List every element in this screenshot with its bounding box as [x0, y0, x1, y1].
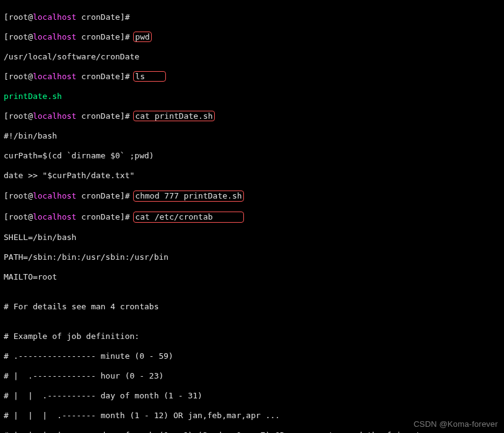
output-pwd: /usr/local/software/cronDate — [4, 52, 500, 62]
prompt-line: [root@localhost cronDate]# chmod 777 pri… — [4, 191, 500, 202]
watermark-text: CSDN @Koma-forever — [414, 419, 498, 429]
crontab-line: # | | | | .---- day of week (0 - 6) (Sun… — [4, 431, 500, 433]
terminal-output[interactable]: [root@localhost cronDate]# [root@localho… — [0, 0, 504, 433]
prompt-line: [root@localhost cronDate]# ls — [4, 72, 500, 82]
output-ls: printDate.sh — [4, 92, 500, 101]
crontab-line: # .---------------- minute (0 - 59) — [4, 351, 500, 361]
crontab-line: # Example of job definition: — [4, 332, 500, 341]
script-line: curPath=$(cd `dirname $0` ;pwd) — [4, 151, 500, 161]
crontab-line: # For details see man 4 crontabs — [4, 302, 500, 312]
cmd-pwd: pwd — [133, 32, 151, 42]
crontab-line: # | | .---------- day of month (1 - 31) — [4, 391, 500, 401]
prompt-line: [root@localhost cronDate]# cat printDate… — [4, 111, 500, 121]
crontab-line: # | .------------- hour (0 - 23) — [4, 371, 500, 381]
cmd-cat-printdate: cat printDate.sh — [133, 111, 214, 121]
crontab-line: MAILTO=root — [4, 272, 500, 282]
prompt-line: [root@localhost cronDate]# pwd — [4, 32, 500, 42]
script-line: date >> "$curPath/date.txt" — [4, 171, 500, 181]
cmd-cat-crontab: cat /etc/crontab — [133, 212, 243, 223]
script-line: #!/bin/bash — [4, 131, 500, 141]
crontab-line: SHELL=/bin/bash — [4, 233, 500, 242]
cmd-ls: ls — [133, 71, 166, 82]
prompt-line: [root@localhost cronDate]# cat /etc/cron… — [4, 212, 500, 223]
prompt-line: [root@localhost cronDate]# — [4, 12, 500, 22]
cmd-chmod: chmod 777 printDate.sh — [133, 191, 243, 202]
crontab-line: PATH=/sbin:/bin:/usr/sbin:/usr/bin — [4, 252, 500, 262]
